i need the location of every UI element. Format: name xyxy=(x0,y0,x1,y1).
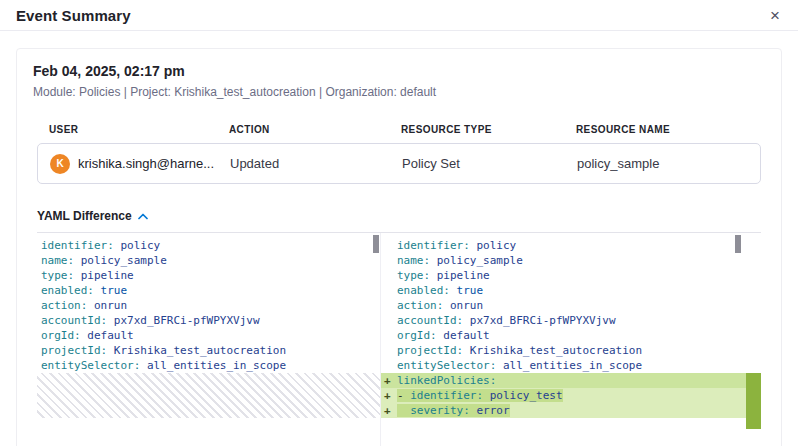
column-header-resource-type: RESOURCE TYPE xyxy=(401,124,576,135)
code-line: linkedPolicies: xyxy=(397,373,496,388)
code-line: name: policy_sample xyxy=(397,253,523,268)
overview-ruler xyxy=(746,233,761,446)
left-scrollbar[interactable] xyxy=(373,235,379,253)
user-cell: K krishika.singh@harne... xyxy=(50,154,230,174)
diff-right-pane[interactable]: identifier: policyname: policy_sampletyp… xyxy=(381,233,761,446)
column-header-action: ACTION xyxy=(229,124,401,135)
close-icon: × xyxy=(770,6,780,25)
page-title: Event Summary xyxy=(16,7,131,24)
diff-row: name: policy_sample xyxy=(381,253,761,268)
code-line: projectId: Krishika_test_autocreation xyxy=(397,343,642,358)
user-email: krishika.singh@harne... xyxy=(78,156,214,171)
code-line: severity: error xyxy=(397,403,510,418)
event-meta: Module: Policies | Project: Krishika_tes… xyxy=(33,85,765,99)
yaml-token-key: projectId: xyxy=(41,344,107,357)
diff-row: action: onrun xyxy=(381,298,761,313)
yaml-token-dash: - xyxy=(397,389,410,402)
code-line: accountId: px7xd_BFRCi-pfWPYXVjvw xyxy=(397,313,616,328)
yaml-token-bool: true xyxy=(450,284,483,297)
diff-gutter-sign xyxy=(381,313,397,328)
yaml-token-val: Krishika_test_autocreation xyxy=(463,344,642,357)
yaml-token-key: entitySelector: xyxy=(41,359,140,372)
chevron-up-icon xyxy=(138,213,148,220)
diff-row: type: pipeline xyxy=(381,268,761,283)
yaml-token-key: severity: xyxy=(410,404,470,417)
code-line: - identifier: policy_test xyxy=(397,388,563,403)
diff-row: accountId: px7xd_BFRCi-pfWPYXVjvw xyxy=(381,313,761,328)
diff-left-placeholder xyxy=(37,373,380,418)
event-summary-modal: Event Summary × Feb 04, 2025, 02:17 pm M… xyxy=(0,0,798,446)
right-scrollbar-thumb[interactable] xyxy=(735,235,741,253)
code-line: entitySelector: all_entities_in_scope xyxy=(37,358,380,373)
column-header-user: USER xyxy=(49,124,229,135)
diff-gutter-sign: + xyxy=(381,373,397,388)
yaml-token-val: policy_sample xyxy=(74,254,167,267)
yaml-token-val: px7xd_BFRCi-pfWPYXVjvw xyxy=(107,314,259,327)
diff-row: entitySelector: all_entities_in_scope xyxy=(381,358,761,373)
yaml-token-key: type: xyxy=(397,269,430,282)
code-line: identifier: policy xyxy=(397,238,516,253)
yaml-token-val: pipeline xyxy=(430,269,490,282)
diff-added-row: + severity: error xyxy=(381,403,761,418)
yaml-difference-toggle[interactable]: YAML Difference xyxy=(37,209,148,223)
diff-gutter-sign xyxy=(381,238,397,253)
yaml-token-key: accountId: xyxy=(41,314,107,327)
yaml-token-key: name: xyxy=(41,254,74,267)
code-line: type: pipeline xyxy=(397,268,490,283)
yaml-token-val: onrun xyxy=(443,299,483,312)
yaml-token-key: action: xyxy=(397,299,443,312)
yaml-token-bool: true xyxy=(94,284,127,297)
yaml-token-val: default xyxy=(81,329,134,342)
action-cell: Updated xyxy=(230,156,402,171)
modal-header: Event Summary × xyxy=(0,0,798,31)
yaml-token-key: accountId: xyxy=(397,314,463,327)
yaml-token-val: px7xd_BFRCi-pfWPYXVjvw xyxy=(463,314,615,327)
code-line: identifier: policy xyxy=(37,238,380,253)
code-line: type: pipeline xyxy=(37,268,380,283)
diff-gutter-sign xyxy=(381,283,397,298)
diff-row: projectId: Krishika_test_autocreation xyxy=(381,343,761,358)
resource-type-cell: Policy Set xyxy=(402,156,577,171)
yaml-token-key: identifier: xyxy=(410,389,483,402)
event-card: Feb 04, 2025, 02:17 pm Module: Policies … xyxy=(16,48,782,446)
yaml-token-key: orgId: xyxy=(41,329,81,342)
code-line: entitySelector: all_entities_in_scope xyxy=(397,358,642,373)
close-button[interactable]: × xyxy=(768,5,782,26)
diff-row: orgId: default xyxy=(381,328,761,343)
diff-added-row: +- identifier: policy_test xyxy=(381,388,761,403)
yaml-token-key: enabled: xyxy=(41,284,94,297)
diff-left-pane[interactable]: identifier: policyname: policy_sampletyp… xyxy=(37,233,381,446)
yaml-token-key: orgId: xyxy=(397,329,437,342)
diff-added-marker xyxy=(746,373,761,429)
yaml-token-val: policy_test xyxy=(483,389,562,402)
avatar: K xyxy=(50,154,70,174)
code-line: orgId: default xyxy=(397,328,490,343)
code-line: name: policy_sample xyxy=(37,253,380,268)
yaml-token-val: pipeline xyxy=(74,269,134,282)
left-scrollbar-thumb[interactable] xyxy=(373,235,379,253)
yaml-token-key: projectId: xyxy=(397,344,463,357)
column-header-resource-name: RESOURCE NAME xyxy=(576,124,749,135)
yaml-token-val: all_entities_in_scope xyxy=(140,359,286,372)
yaml-diff-editor: identifier: policyname: policy_sampletyp… xyxy=(37,232,761,446)
diff-gutter-sign: + xyxy=(381,403,397,418)
code-line: projectId: Krishika_test_autocreation xyxy=(37,343,380,358)
yaml-token-val: all_entities_in_scope xyxy=(496,359,642,372)
table-header-row: USER ACTION RESOURCE TYPE RESOURCE NAME xyxy=(37,124,761,135)
yaml-token-key: identifier: xyxy=(41,239,114,252)
table-row[interactable]: K krishika.singh@harne... Updated Policy… xyxy=(37,143,761,184)
right-scrollbar[interactable] xyxy=(735,235,741,253)
yaml-token-plain xyxy=(397,404,410,417)
yaml-token-val: policy xyxy=(114,239,160,252)
yaml-token-key: enabled: xyxy=(397,284,450,297)
code-line: action: onrun xyxy=(37,298,380,313)
yaml-token-key: identifier: xyxy=(397,239,470,252)
yaml-token-val: default xyxy=(437,329,490,342)
yaml-token-val: error xyxy=(470,404,510,417)
yaml-token-key: name: xyxy=(397,254,430,267)
diff-row: enabled: true xyxy=(381,283,761,298)
code-line: action: onrun xyxy=(397,298,483,313)
resource-name-cell: policy_sample xyxy=(577,156,748,171)
code-line: accountId: px7xd_BFRCi-pfWPYXVjvw xyxy=(37,313,380,328)
yaml-token-val: onrun xyxy=(87,299,127,312)
